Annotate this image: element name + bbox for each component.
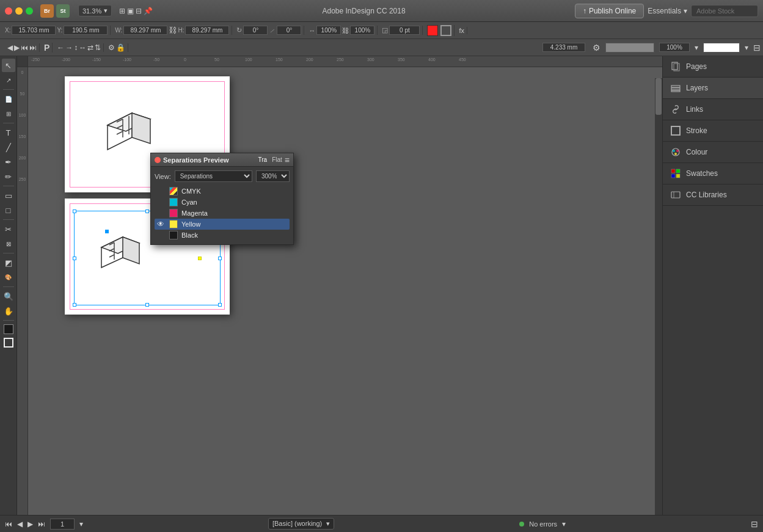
- gap-tool[interactable]: ⊞: [2, 107, 15, 120]
- stroke-preview[interactable]: [440, 25, 451, 36]
- sep-row-yellow[interactable]: 👁 Yellow: [155, 219, 290, 230]
- view-icon[interactable]: ▣: [127, 7, 134, 15]
- tab-flat[interactable]: Flat: [272, 156, 282, 163]
- search-input[interactable]: [691, 5, 758, 17]
- layout-toggle-icon[interactable]: ⊟: [751, 519, 758, 529]
- scale-h-input[interactable]: [350, 26, 374, 35]
- settings-icon[interactable]: ⚙: [108, 43, 115, 52]
- pen-tool[interactable]: ✒: [2, 155, 15, 169]
- page-tool[interactable]: 📄: [2, 92, 15, 106]
- rpanel-links[interactable]: Links: [663, 99, 763, 120]
- rpanel-swatches[interactable]: Swatches: [663, 163, 763, 184]
- panel-close-button[interactable]: [155, 157, 161, 163]
- tint-preview[interactable]: [703, 43, 740, 53]
- rpanel-cc-libraries[interactable]: CC Libraries: [663, 184, 763, 206]
- rpanel-layers[interactable]: Layers: [663, 78, 763, 99]
- arrow6-icon[interactable]: ⇅: [95, 43, 101, 52]
- arrow4-icon[interactable]: ↔: [79, 43, 86, 52]
- stroke-gradient-preview[interactable]: [605, 43, 654, 53]
- size-group: W: ⛓ H:: [112, 26, 232, 35]
- y-input[interactable]: [64, 26, 108, 35]
- free-transform-tool[interactable]: ⊠: [2, 237, 15, 250]
- publish-online-button[interactable]: ↑ Publish Online: [575, 4, 644, 18]
- minimize-button[interactable]: [15, 7, 23, 15]
- canvas-document[interactable]: Separations Preview Tra Flat ≡ View: Sep…: [28, 67, 662, 515]
- pencil-tool[interactable]: ✏: [2, 170, 15, 183]
- last-icon[interactable]: ⏭: [29, 43, 37, 52]
- nav-last-icon[interactable]: ⏭: [38, 520, 45, 528]
- w-input[interactable]: [123, 26, 167, 35]
- nav-prev-icon[interactable]: ◀: [17, 520, 23, 528]
- fx-icon[interactable]: fx: [459, 27, 464, 34]
- select-tool[interactable]: ↖: [2, 59, 15, 72]
- scale-w-input[interactable]: [316, 26, 341, 35]
- close-button[interactable]: [5, 7, 12, 15]
- h-input[interactable]: [185, 26, 229, 35]
- arrow5-icon[interactable]: ⇄: [87, 43, 93, 52]
- corner-input[interactable]: [389, 26, 420, 35]
- rpanel-stroke[interactable]: Stroke: [663, 120, 763, 142]
- fill-preview[interactable]: [427, 25, 438, 36]
- rpanel-colour[interactable]: Colour: [663, 142, 763, 163]
- type-tool[interactable]: T: [2, 126, 15, 139]
- rect-tool[interactable]: □: [2, 203, 15, 217]
- nav-first-icon[interactable]: ⏮: [5, 520, 12, 528]
- zoom-control[interactable]: 31.3% ▾: [78, 5, 112, 16]
- scissors-tool[interactable]: ✂: [2, 222, 15, 236]
- scrollbar-thumb[interactable]: [655, 78, 662, 115]
- sep-row-cyan[interactable]: Cyan: [155, 197, 290, 208]
- tab-tra[interactable]: Tra: [258, 156, 268, 163]
- x-input[interactable]: [12, 26, 56, 35]
- grid-icon[interactable]: ⊞: [119, 7, 125, 15]
- maximize-button[interactable]: [26, 7, 33, 15]
- shear-input[interactable]: [277, 26, 301, 35]
- handle-br: [218, 303, 222, 307]
- mode-selector[interactable]: [Basic] (working) ▾: [268, 518, 334, 530]
- svg-rect-18: [671, 88, 680, 90]
- page-dropdown-icon[interactable]: ▾: [79, 520, 83, 528]
- page-number-input[interactable]: [50, 519, 75, 530]
- view-select[interactable]: Separations: [175, 170, 252, 182]
- first-icon[interactable]: ⏮: [21, 43, 28, 52]
- line-tool[interactable]: ╱: [2, 140, 15, 154]
- ruler-mark-50: 50: [214, 57, 219, 62]
- ruler-left-0: 0: [17, 70, 27, 75]
- arrow3-icon[interactable]: ↕: [74, 43, 78, 52]
- settings2-icon[interactable]: ⚙: [593, 43, 601, 53]
- arrow1-icon[interactable]: ←: [57, 43, 64, 52]
- errors-chevron-icon[interactable]: ▾: [562, 520, 566, 528]
- prev-icon[interactable]: ◀: [7, 43, 13, 52]
- hand-tool[interactable]: ✋: [2, 304, 15, 318]
- essentials-button[interactable]: Essentials ▾: [648, 7, 687, 15]
- next-icon[interactable]: ▶: [14, 43, 20, 52]
- rpanel-pages[interactable]: Pages: [663, 56, 763, 78]
- zoom-select[interactable]: 300%: [256, 170, 290, 182]
- zoom-tool[interactable]: 🔍: [2, 290, 15, 303]
- stock-icon[interactable]: St: [56, 4, 70, 18]
- opacity-input[interactable]: [659, 43, 690, 52]
- stroke-color[interactable]: [4, 338, 13, 348]
- sep-row-cmyk[interactable]: CMYK: [155, 186, 290, 197]
- sep-row-magenta[interactable]: Magenta: [155, 208, 290, 219]
- color-tool[interactable]: 🎨: [2, 271, 15, 284]
- traffic-lights: [5, 7, 33, 15]
- bridge-icon[interactable]: Br: [40, 4, 54, 18]
- direct-select-tool[interactable]: ↗: [2, 73, 15, 87]
- layout-icon[interactable]: ⊟: [136, 7, 142, 15]
- gradient-tool[interactable]: ◩: [2, 256, 15, 269]
- panel-menu-icon[interactable]: ≡: [285, 155, 290, 165]
- sep-row-black[interactable]: Black: [155, 230, 290, 241]
- bold-p-icon[interactable]: P: [44, 43, 49, 53]
- vertical-scrollbar[interactable]: [655, 78, 662, 515]
- nav-next-icon[interactable]: ▶: [27, 520, 33, 528]
- lock-icon[interactable]: 🔒: [116, 43, 125, 52]
- rect-frame-tool[interactable]: ▭: [2, 189, 15, 202]
- panel-toggle-icon[interactable]: ⊟: [753, 43, 761, 53]
- canvas-area[interactable]: -250 -200 -150 -100 -50 0 50 100 150 200…: [17, 56, 662, 515]
- fill-color[interactable]: [4, 324, 13, 334]
- extra-input[interactable]: [542, 43, 585, 52]
- pin-icon[interactable]: 📌: [144, 7, 153, 15]
- rotate-input[interactable]: [243, 26, 268, 35]
- arrow2-icon[interactable]: →: [65, 43, 73, 52]
- swatches-label: Swatches: [686, 169, 718, 178]
